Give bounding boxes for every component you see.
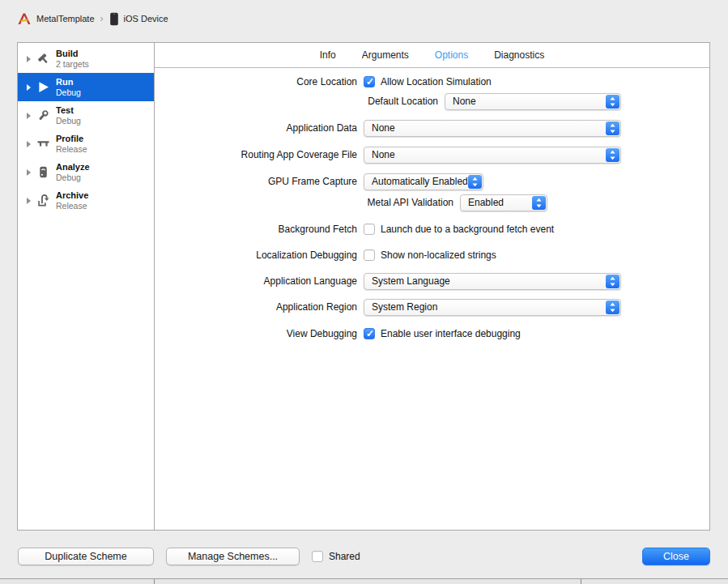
sidebar-item-subtitle: 2 targets: [56, 59, 89, 70]
enable-ui-debugging-checkbox[interactable]: [364, 328, 375, 339]
popup-value: None: [364, 122, 395, 134]
application-region-popup[interactable]: System Region: [364, 299, 621, 316]
scheme-actions-sidebar: Build 2 targets Run Debug Test Debug Pro…: [17, 42, 155, 531]
sidebar-item-title: Archive: [56, 190, 88, 201]
duplicate-scheme-button[interactable]: Duplicate Scheme: [18, 548, 154, 565]
close-button[interactable]: Close: [642, 548, 710, 565]
breadcrumb-scheme-name[interactable]: MetalTemplate: [36, 14, 95, 23]
application-region-row: Application Region System Region: [155, 298, 709, 316]
sidebar-item-title: Test: [56, 105, 81, 116]
show-non-localized-strings-checkbox[interactable]: [364, 249, 375, 261]
view-debugging-row: View Debugging Enable user interface deb…: [155, 325, 709, 343]
default-location-row: Default Location None: [155, 92, 709, 110]
tab-diagnostics[interactable]: Diagnostics: [494, 49, 544, 61]
popup-stepper-icon: [606, 301, 619, 314]
popup-stepper-icon: [606, 95, 619, 109]
caliper-icon: [35, 136, 51, 152]
hammer-icon: [35, 51, 51, 67]
checkbox-label: Allow Location Simulation: [381, 76, 492, 87]
disclosure-triangle-icon[interactable]: [27, 198, 31, 204]
options-content-pane: Info Arguments Options Diagnostics Core …: [155, 42, 710, 531]
scheme-tab-bar: Info Arguments Options Diagnostics: [155, 43, 709, 68]
breadcrumb-destination[interactable]: iOS Device: [124, 14, 168, 23]
sidebar-item-title: Build: [56, 49, 89, 59]
application-data-popup[interactable]: None: [364, 120, 621, 137]
play-icon: [35, 79, 51, 96]
localization-debugging-row: Localization Debugging Show non-localize…: [155, 246, 709, 264]
manage-schemes-button[interactable]: Manage Schemes...: [166, 548, 300, 565]
core-location-row: Core Location Allow Location Simulation: [155, 73, 709, 91]
sidebar-item-title: Run: [56, 77, 81, 87]
field-label: View Debugging: [155, 328, 357, 339]
window-divider-line: [581, 579, 581, 584]
archive-icon: [35, 193, 51, 209]
field-label: Application Data: [155, 122, 357, 134]
checkbox-label: Launch due to a background fetch event: [381, 224, 554, 235]
routing-app-coverage-popup[interactable]: None: [364, 147, 621, 164]
sidebar-item-run[interactable]: Run Debug: [18, 73, 154, 101]
field-label: Application Language: [155, 275, 357, 287]
metal-api-validation-popup[interactable]: Enabled: [460, 194, 547, 211]
metal-api-validation-row: Metal API Validation Enabled: [155, 194, 709, 211]
tab-info[interactable]: Info: [320, 49, 336, 61]
checkbox-label: Show non-localized strings: [381, 249, 496, 261]
application-data-row: Application Data None: [155, 119, 709, 137]
sidebar-item-subtitle: Debug: [56, 173, 90, 183]
tab-arguments[interactable]: Arguments: [362, 49, 409, 61]
routing-app-coverage-row: Routing App Coverage File None: [155, 146, 709, 164]
field-label: Background Fetch: [155, 224, 357, 235]
allow-location-simulation-checkbox[interactable]: [364, 76, 375, 87]
shared-label: Shared: [329, 551, 360, 562]
disclosure-triangle-icon[interactable]: [27, 56, 31, 62]
shared-option: Shared: [312, 551, 360, 562]
scheme-breadcrumb-bar: MetalTemplate › iOS Device: [0, 0, 728, 37]
field-label: Localization Debugging: [155, 249, 357, 261]
sidebar-item-subtitle: Release: [56, 201, 88, 211]
field-label: Core Location: [155, 76, 357, 87]
sidebar-item-profile[interactable]: Profile Release: [18, 130, 154, 158]
sidebar-item-archive[interactable]: Archive Release: [18, 186, 154, 215]
window-divider-line: [154, 579, 155, 584]
application-language-row: Application Language System Language: [155, 272, 709, 290]
gpu-frame-capture-popup[interactable]: Automatically Enabled: [364, 173, 483, 190]
tab-options[interactable]: Options: [435, 49, 468, 61]
disclosure-triangle-icon[interactable]: [27, 141, 31, 147]
breadcrumb-separator: ›: [100, 13, 104, 24]
disclosure-triangle-icon[interactable]: [27, 169, 31, 176]
default-location-popup[interactable]: None: [445, 93, 621, 110]
ios-device-icon: [109, 12, 119, 26]
gpu-frame-capture-row: GPU Frame Capture Automatically Enabled: [155, 173, 709, 190]
disclosure-triangle-icon[interactable]: [27, 113, 31, 119]
underlying-window-edge: [0, 578, 728, 584]
sidebar-item-build[interactable]: Build 2 targets: [18, 45, 154, 73]
background-fetch-checkbox[interactable]: [364, 224, 375, 235]
field-label: Application Region: [155, 301, 357, 313]
popup-value: System Region: [364, 301, 437, 313]
popup-value: None: [364, 149, 395, 160]
options-form: Core Location Allow Location Simulation …: [155, 68, 709, 343]
sidebar-item-test[interactable]: Test Debug: [18, 101, 154, 130]
sidebar-item-title: Profile: [56, 134, 87, 144]
analyze-icon: [35, 164, 51, 181]
sidebar-item-subtitle: Debug: [56, 87, 81, 98]
popup-stepper-icon: [606, 148, 619, 162]
popup-stepper-icon: [468, 175, 482, 189]
sidebar-item-analyze[interactable]: Analyze Debug: [18, 158, 154, 186]
background-fetch-row: Background Fetch Launch due to a backgro…: [155, 220, 709, 238]
shared-checkbox[interactable]: [312, 551, 323, 562]
application-language-popup[interactable]: System Language: [364, 273, 621, 290]
popup-stepper-icon: [606, 275, 619, 288]
popup-value: Enabled: [461, 197, 504, 208]
dialog-footer: Duplicate Scheme Manage Schemes... Share…: [0, 531, 728, 578]
popup-stepper-icon: [606, 121, 619, 135]
disclosure-triangle-icon[interactable]: [27, 84, 31, 91]
popup-value: Automatically Enabled: [364, 176, 468, 187]
field-label: Metal API Validation: [155, 197, 453, 208]
popup-stepper-icon: [532, 196, 546, 210]
sidebar-item-subtitle: Release: [56, 144, 87, 155]
popup-value: System Language: [364, 275, 450, 287]
field-label: GPU Frame Capture: [155, 176, 357, 187]
wrench-icon: [35, 108, 51, 124]
field-label: Routing App Coverage File: [155, 149, 357, 160]
checkbox-label: Enable user interface debugging: [381, 328, 521, 339]
